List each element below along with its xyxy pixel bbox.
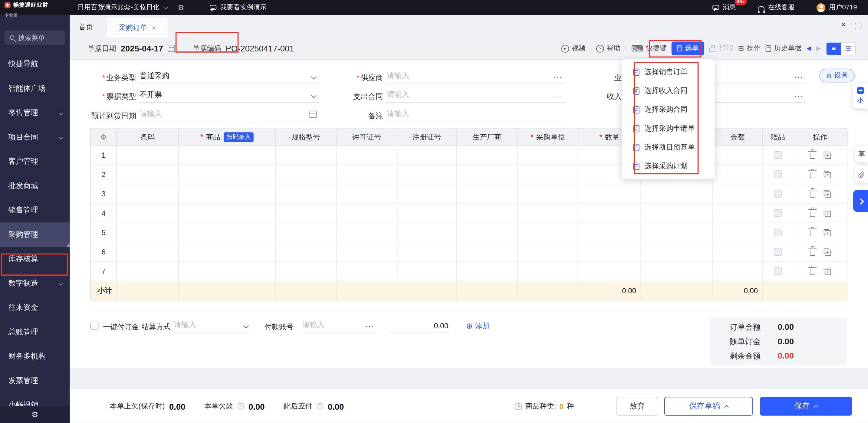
copy-row-icon[interactable]: [824, 190, 831, 197]
info-icon[interactable]: [317, 403, 323, 410]
abandon-button[interactable]: 放弃: [616, 397, 658, 416]
delete-row-icon[interactable]: [810, 192, 815, 198]
save-button[interactable]: 保存: [760, 397, 852, 416]
delete-row-icon[interactable]: [810, 230, 815, 236]
table-cell[interactable]: [457, 165, 518, 184]
settings-button[interactable]: 设置: [819, 69, 855, 83]
copy-row-icon[interactable]: [824, 209, 831, 217]
deposit-amount-input[interactable]: 0.00: [388, 319, 450, 333]
sidebar-item-quick-nav[interactable]: 快捷导航: [0, 52, 70, 76]
sidebar-item-general-ledger[interactable]: 总账管理: [0, 320, 70, 344]
tab-home[interactable]: 首页: [79, 22, 93, 32]
sidebar-item-digital-manufacturing[interactable]: 数字制造: [0, 271, 70, 295]
sidebar-item-purchase[interactable]: 采购管理: [0, 222, 70, 247]
sidebar-item-customer[interactable]: 客户管理: [0, 150, 70, 174]
user-menu[interactable]: 用户0719: [816, 3, 857, 12]
table-cell[interactable]: [713, 262, 763, 281]
table-cell[interactable]: [518, 223, 578, 242]
gift-checkbox[interactable]: [774, 190, 782, 198]
select-doc-button[interactable]: 选单: [672, 41, 704, 55]
sidebar-item-ai-plaza[interactable]: 智能体广场: [0, 76, 70, 100]
gift-checkbox[interactable]: [774, 248, 782, 256]
menu-item-select-project-budget[interactable]: 选择项目预算单: [622, 138, 715, 156]
table-cell[interactable]: [179, 204, 276, 223]
menu-item-select-purchase-request[interactable]: 选择采购申请单: [622, 119, 715, 138]
attachment-dock-button[interactable]: [855, 166, 868, 183]
payment-account-input[interactable]: 请输入 ···: [301, 319, 376, 333]
one-click-deposit-checkbox[interactable]: [90, 322, 98, 330]
table-cell[interactable]: [641, 204, 713, 223]
business-type-select[interactable]: 普通采购: [138, 69, 320, 84]
print-button[interactable]: 打印: [709, 43, 733, 53]
table-cell[interactable]: [641, 223, 713, 242]
table-cell[interactable]: [397, 223, 457, 242]
table-cell[interactable]: [713, 145, 763, 165]
table-cell[interactable]: [457, 242, 518, 262]
support-button[interactable]: 在线客服: [758, 3, 795, 12]
delete-row-icon[interactable]: [810, 211, 815, 217]
table-cell[interactable]: [179, 242, 276, 262]
assistant-dock-button[interactable]: 小: [852, 83, 868, 108]
more-icon[interactable]: ···: [554, 73, 562, 81]
table-cell[interactable]: [276, 145, 337, 165]
table-cell[interactable]: [117, 223, 179, 242]
table-cell[interactable]: [179, 262, 276, 281]
sidebar-search[interactable]: 搜索菜单: [4, 31, 65, 45]
sidebar-item-wholesale-mall[interactable]: 批发商城: [0, 174, 70, 198]
table-cell[interactable]: [179, 145, 276, 165]
hotkey-button[interactable]: 快捷键: [631, 43, 666, 53]
more-icon[interactable]: ···: [795, 92, 803, 100]
table-cell[interactable]: [578, 184, 641, 204]
table-cell[interactable]: [337, 145, 397, 165]
messages-button[interactable]: 消息 99+: [713, 3, 736, 12]
table-cell[interactable]: [518, 204, 578, 223]
table-cell[interactable]: [179, 165, 276, 184]
table-cell[interactable]: [276, 184, 337, 204]
table-cell[interactable]: [337, 165, 397, 184]
next-doc-icon[interactable]: [816, 45, 821, 52]
sidebar-item-retail[interactable]: 零售管理: [0, 101, 70, 125]
copy-row-icon[interactable]: [824, 229, 831, 236]
table-cell[interactable]: [397, 242, 457, 262]
grid-view-button[interactable]: [841, 42, 855, 55]
table-cell[interactable]: [337, 223, 397, 242]
copy-row-icon[interactable]: [824, 248, 831, 255]
table-cell[interactable]: [457, 223, 518, 242]
sidebar-settings[interactable]: [0, 406, 70, 423]
table-cell[interactable]: [457, 204, 518, 223]
close-icon[interactable]: [841, 21, 846, 29]
remark-input[interactable]: 请输入: [386, 107, 565, 122]
table-cell[interactable]: [397, 262, 457, 281]
date-value[interactable]: 2025-04-17: [121, 43, 163, 53]
table-cell[interactable]: [337, 204, 397, 223]
arrival-date-input[interactable]: 请输入: [138, 107, 320, 122]
table-cell[interactable]: [397, 184, 457, 204]
more-icon[interactable]: ···: [795, 73, 803, 81]
expense-contract-input[interactable]: 请输入 ···: [386, 88, 565, 103]
table-cell[interactable]: [457, 262, 518, 281]
table-cell[interactable]: [117, 184, 179, 204]
table-cell[interactable]: [518, 165, 578, 184]
copy-row-icon[interactable]: [824, 267, 831, 275]
table-cell[interactable]: [397, 204, 457, 223]
column-settings-gear-icon[interactable]: [100, 133, 106, 141]
gift-checkbox[interactable]: [774, 170, 782, 178]
table-cell[interactable]: [713, 204, 763, 223]
table-cell[interactable]: [713, 165, 763, 184]
table-cell[interactable]: [518, 262, 578, 281]
menu-item-select-purchase-contract[interactable]: 选择采购合同: [622, 100, 715, 119]
close-tab-icon[interactable]: [152, 24, 156, 31]
save-draft-button[interactable]: 保存草稿: [664, 397, 753, 416]
draft-dock-button[interactable]: 草: [855, 145, 868, 162]
table-cell[interactable]: [179, 184, 276, 204]
prev-doc-icon[interactable]: [807, 45, 811, 52]
calendar-icon[interactable]: [168, 45, 175, 52]
table-cell[interactable]: [276, 262, 337, 281]
history-button[interactable]: 历史单据: [766, 43, 802, 53]
table-cell[interactable]: [276, 223, 337, 242]
copy-row-icon[interactable]: [824, 151, 831, 159]
settle-method-select[interactable]: 请输入: [173, 319, 252, 333]
table-cell[interactable]: [337, 262, 397, 281]
add-payment-button[interactable]: 添加: [466, 321, 490, 331]
sidebar-item-inventory[interactable]: 库存核算: [0, 247, 70, 271]
